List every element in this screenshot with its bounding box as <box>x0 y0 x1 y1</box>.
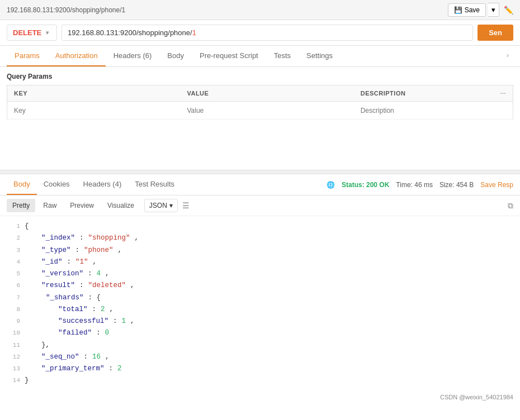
response-meta: 🌐 Status: 200 OK Time: 46 ms Size: 454 B… <box>327 181 513 189</box>
json-line-10: 10 "failed": 0 <box>7 327 513 339</box>
format-bar: Pretty Raw Preview Visualize JSON ▾ ☰ ⧉ <box>0 195 520 216</box>
response-tab-headers[interactable]: Headers (4) <box>77 174 129 195</box>
json-line-7: 7 "_shards": { <box>7 292 513 304</box>
col-desc-header: DESCRIPTION <box>354 85 494 102</box>
section-divider <box>0 170 520 174</box>
json-line-6: 6 "result": "deleted", <box>7 280 513 292</box>
value-input[interactable] <box>187 107 347 114</box>
query-params-label: Query Params <box>7 73 513 80</box>
json-line-12: 12 "_seq_no": 16, <box>7 351 513 363</box>
url-highlight: 1 <box>192 28 196 37</box>
format-tab-visualize[interactable]: Visualize <box>102 199 140 212</box>
json-line-2: 2 "_index": "shopping", <box>7 232 513 244</box>
tab-settings[interactable]: Settings <box>299 46 341 66</box>
request-bar: DELETE ▾ 192.168.80.131:9200/shopping/ph… <box>0 20 520 46</box>
format-label: JSON <box>149 202 167 209</box>
send-button[interactable]: Sen <box>478 25 513 41</box>
empty-space <box>0 125 520 170</box>
format-tab-pretty[interactable]: Pretty <box>7 199 35 212</box>
tab-overflow[interactable]: › <box>502 46 513 66</box>
tab-pre-request[interactable]: Pre-request Script <box>192 46 266 66</box>
watermark: CSDN @weixin_54021984 <box>0 392 520 404</box>
json-line-13: 13 "_primary_term": 2 <box>7 363 513 375</box>
json-line-14: 14 } <box>7 375 513 386</box>
response-tab-test-results[interactable]: Test Results <box>128 174 181 195</box>
response-tab-body[interactable]: Body <box>7 174 37 195</box>
save-button[interactable]: 💾 Save <box>448 3 486 17</box>
url-display[interactable]: 192.168.80.131:9200/shopping/phone/1 <box>62 25 473 41</box>
save-response-button[interactable]: Save Resp <box>480 181 513 189</box>
method-select[interactable]: DELETE ▾ <box>7 25 57 41</box>
window-title: 192.168.80.131:9200/shopping/phone/1 <box>7 6 125 14</box>
json-line-9: 9 "successful": 1, <box>7 316 513 327</box>
format-select[interactable]: JSON ▾ <box>144 199 178 212</box>
json-line-5: 5 "_version": 4, <box>7 268 513 280</box>
json-line-4: 4 "_id": "1", <box>7 256 513 268</box>
json-line-11: 11 }, <box>7 340 513 351</box>
key-input[interactable] <box>14 107 173 114</box>
response-tab-cookies[interactable]: Cookies <box>37 174 77 195</box>
tab-params[interactable]: Params <box>7 46 48 66</box>
top-bar: 192.168.80.131:9200/shopping/phone/1 💾 S… <box>0 0 520 20</box>
edit-icon[interactable]: ✏️ <box>504 6 513 15</box>
params-table: KEY VALUE DESCRIPTION ··· <box>7 85 513 120</box>
tab-authorization[interactable]: Authorization <box>48 46 106 66</box>
col-value-header: VALUE <box>180 85 353 102</box>
format-arrow-icon: ▾ <box>169 202 173 209</box>
response-tabs-bar: Body Cookies Headers (4) Test Results 🌐 … <box>0 174 520 195</box>
format-tab-preview[interactable]: Preview <box>64 199 100 212</box>
globe-icon: 🌐 <box>327 181 335 189</box>
tab-headers[interactable]: Headers (6) <box>106 46 160 66</box>
col-actions-header: ··· <box>493 85 513 102</box>
json-viewer: 1 { 2 "_index": "shopping", 3 "_type": "… <box>0 216 520 392</box>
json-line-8: 8 "total": 2, <box>7 304 513 316</box>
method-arrow: ▾ <box>46 30 49 36</box>
json-line-1: 1 { <box>7 221 513 232</box>
row-actions <box>493 102 513 120</box>
top-bar-actions: 💾 Save ▾ ✏️ <box>448 3 513 17</box>
url-text: 192.168.80.131:9200/shopping/phone/ <box>68 28 192 37</box>
save-icon: 💾 <box>454 6 462 14</box>
copy-icon[interactable]: ⧉ <box>508 201 513 211</box>
filter-icon[interactable]: ☰ <box>182 201 190 210</box>
method-label: DELETE <box>13 28 41 37</box>
table-row <box>7 102 513 120</box>
save-dropdown-button[interactable]: ▾ <box>488 3 499 17</box>
request-tabs: Params Authorization Headers (6) Body Pr… <box>0 46 520 67</box>
status-badge: Status: 200 OK <box>342 181 389 189</box>
send-label: Sen <box>489 28 502 37</box>
response-size: Size: 454 B <box>439 181 474 189</box>
json-line-3: 3 "_type": "phone", <box>7 245 513 256</box>
chevron-down-icon: ▾ <box>491 6 495 14</box>
save-label: Save <box>465 6 480 14</box>
tab-tests[interactable]: Tests <box>266 46 299 66</box>
response-section: Body Cookies Headers (4) Test Results 🌐 … <box>0 174 520 392</box>
response-time: Time: 46 ms <box>396 181 433 189</box>
tab-body[interactable]: Body <box>159 46 192 66</box>
description-input[interactable] <box>361 107 487 114</box>
format-tab-raw[interactable]: Raw <box>37 199 62 212</box>
params-section: Query Params KEY VALUE DESCRIPTION ··· <box>0 67 520 125</box>
col-key-header: KEY <box>7 85 181 102</box>
